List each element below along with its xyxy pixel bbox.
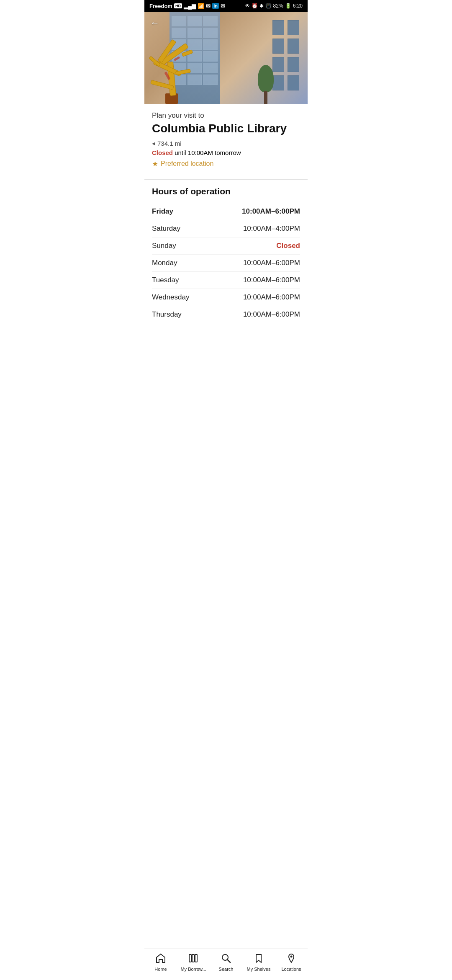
carrier-info: Freedom HD ▂▄▆ 📶 ✉ in ✉ <box>149 3 225 9</box>
day-name: Friday <box>152 207 173 216</box>
hours-row: Thursday10:00AM–6:00PM <box>152 306 300 323</box>
alarm-icon: ⏰ <box>252 3 258 9</box>
battery-icon: 🔋 <box>285 3 291 9</box>
status-right: 👁 ⏰ ✱ 📳 82% 🔋 6:20 <box>245 3 303 9</box>
hours-time: 10:00AM–6:00PM <box>243 259 300 267</box>
mail2-icon: ✉ <box>221 3 225 9</box>
day-name: Thursday <box>152 310 182 319</box>
preferred-row[interactable]: ★ Preferred location <box>152 160 300 168</box>
carrier-name: Freedom <box>149 3 172 9</box>
status-bar: Freedom HD ▂▄▆ 📶 ✉ in ✉ 👁 ⏰ ✱ 📳 82% 🔋 6:… <box>144 0 308 12</box>
hours-row: Friday10:00AM–6:00PM <box>152 203 300 220</box>
hours-time: 10:00AM–6:00PM <box>243 276 300 284</box>
hours-time: 10:00AM–4:00PM <box>243 224 300 233</box>
day-name: Wednesday <box>152 293 189 302</box>
hours-time: 10:00AM–6:00PM <box>243 310 300 319</box>
day-name: Tuesday <box>152 276 179 284</box>
distance-row: ◂ 734.1 mi <box>152 140 300 147</box>
star-icon: ★ <box>152 160 158 168</box>
library-name: Columbia Public Library <box>152 121 300 136</box>
hours-list: Friday10:00AM–6:00PMSaturday10:00AM–4:00… <box>152 203 300 323</box>
hd-badge: HD <box>174 3 182 8</box>
status-row: Closed until 10:00AM tomorrow <box>152 149 300 156</box>
preferred-label: Preferred location <box>161 160 213 168</box>
tree <box>257 66 274 104</box>
sculpture <box>144 28 199 104</box>
signal-icon: ▂▄▆ <box>184 3 196 9</box>
building-windows <box>272 20 299 90</box>
plan-text: Plan your visit to <box>152 111 300 120</box>
vibrate-icon: 📳 <box>265 3 272 9</box>
wifi-icon: 📶 <box>198 3 204 9</box>
hours-section: Hours of operation Friday10:00AM–6:00PMS… <box>144 186 308 331</box>
navigation-icon: ◂ <box>152 140 155 147</box>
distance-text: 734.1 mi <box>157 140 182 147</box>
hours-row: Saturday10:00AM–4:00PM <box>152 220 300 237</box>
content-area: Plan your visit to Columbia Public Libra… <box>144 104 308 173</box>
hours-time: Closed <box>276 242 300 250</box>
hours-row: SundayClosed <box>152 237 300 255</box>
battery-percent: 82% <box>273 3 283 9</box>
hours-time: 10:00AM–6:00PM <box>242 207 300 216</box>
linkedin-icon: in <box>212 3 219 9</box>
hours-row: Monday10:00AM–6:00PM <box>152 255 300 272</box>
closed-until-text: until 10:00AM tomorrow <box>173 149 241 156</box>
day-name: Sunday <box>152 242 176 250</box>
hours-time: 10:00AM–6:00PM <box>243 293 300 302</box>
mail-icon: ✉ <box>206 3 211 9</box>
bluetooth-icon: ✱ <box>259 3 264 9</box>
hero-image: ← <box>144 12 308 104</box>
hours-row: Wednesday10:00AM–6:00PM <box>152 289 300 306</box>
svg-rect-8 <box>176 69 191 75</box>
eye-icon: 👁 <box>245 3 250 9</box>
section-divider <box>144 179 308 180</box>
back-button[interactable]: ← <box>150 18 159 28</box>
hours-title: Hours of operation <box>152 186 300 196</box>
clock-time: 6:20 <box>293 3 303 9</box>
day-name: Monday <box>152 259 177 267</box>
svg-rect-7 <box>149 56 160 67</box>
day-name: Saturday <box>152 224 180 233</box>
closed-badge: Closed <box>152 149 173 156</box>
hours-row: Tuesday10:00AM–6:00PM <box>152 272 300 289</box>
